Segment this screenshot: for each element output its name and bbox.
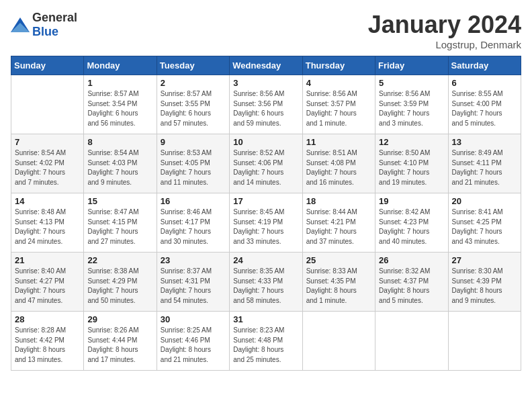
day-number: 15 — [87, 196, 152, 206]
day-number: 7 — [15, 137, 80, 147]
calendar-cell: 18Sunrise: 8:44 AM Sunset: 4:21 PM Dayli… — [302, 193, 375, 253]
day-number: 13 — [452, 137, 517, 147]
svg-marker-1 — [11, 23, 30, 32]
calendar-cell — [375, 312, 448, 371]
calendar-week-5: 28Sunrise: 8:28 AM Sunset: 4:42 PM Dayli… — [11, 312, 521, 371]
day-info: Sunrise: 8:56 AM Sunset: 3:59 PM Dayligh… — [379, 89, 444, 128]
day-info: Sunrise: 8:46 AM Sunset: 4:17 PM Dayligh… — [161, 208, 226, 246]
page-header: General Blue January 2024 Logstrup, Denm… — [11, 11, 521, 50]
day-info: Sunrise: 8:33 AM Sunset: 4:35 PM Dayligh… — [306, 267, 371, 306]
calendar-cell: 8Sunrise: 8:54 AM Sunset: 4:03 PM Daylig… — [84, 134, 157, 193]
calendar-cell: 19Sunrise: 8:42 AM Sunset: 4:23 PM Dayli… — [375, 193, 448, 253]
day-info: Sunrise: 8:25 AM Sunset: 4:46 PM Dayligh… — [161, 326, 226, 365]
day-info: Sunrise: 8:40 AM Sunset: 4:27 PM Dayligh… — [15, 267, 80, 306]
month-title: January 2024 — [368, 11, 521, 39]
logo-icon — [11, 17, 30, 32]
calendar-cell: 30Sunrise: 8:25 AM Sunset: 4:46 PM Dayli… — [157, 312, 229, 371]
calendar-cell: 5Sunrise: 8:56 AM Sunset: 3:59 PM Daylig… — [375, 75, 448, 134]
day-number: 24 — [233, 255, 298, 265]
day-number: 1 — [87, 78, 152, 88]
calendar-cell: 23Sunrise: 8:37 AM Sunset: 4:31 PM Dayli… — [157, 253, 229, 312]
header-sunday: Sunday — [11, 56, 84, 75]
day-info: Sunrise: 8:35 AM Sunset: 4:33 PM Dayligh… — [233, 267, 298, 306]
calendar-cell: 29Sunrise: 8:26 AM Sunset: 4:44 PM Dayli… — [84, 312, 157, 371]
day-info: Sunrise: 8:52 AM Sunset: 4:06 PM Dayligh… — [233, 148, 298, 187]
day-info: Sunrise: 8:53 AM Sunset: 4:05 PM Dayligh… — [161, 148, 226, 187]
header-friday: Friday — [375, 56, 448, 75]
day-number: 23 — [161, 255, 226, 265]
calendar-cell: 12Sunrise: 8:50 AM Sunset: 4:10 PM Dayli… — [375, 134, 448, 193]
calendar-cell: 21Sunrise: 8:40 AM Sunset: 4:27 PM Dayli… — [11, 253, 84, 312]
day-info: Sunrise: 8:49 AM Sunset: 4:11 PM Dayligh… — [452, 148, 517, 187]
day-info: Sunrise: 8:56 AM Sunset: 3:57 PM Dayligh… — [306, 89, 371, 128]
header-monday: Monday — [84, 56, 157, 75]
day-info: Sunrise: 8:30 AM Sunset: 4:39 PM Dayligh… — [452, 267, 517, 306]
day-number: 27 — [452, 255, 517, 265]
day-number: 19 — [379, 196, 444, 206]
calendar-cell: 15Sunrise: 8:47 AM Sunset: 4:15 PM Dayli… — [84, 193, 157, 253]
day-info: Sunrise: 8:37 AM Sunset: 4:31 PM Dayligh… — [161, 267, 226, 306]
title-block: January 2024 Logstrup, Denmark — [368, 11, 521, 50]
day-number: 16 — [161, 196, 226, 206]
day-info: Sunrise: 8:45 AM Sunset: 4:19 PM Dayligh… — [233, 208, 298, 246]
calendar-cell: 11Sunrise: 8:51 AM Sunset: 4:08 PM Dayli… — [302, 134, 375, 193]
day-number: 2 — [161, 78, 226, 88]
day-number: 14 — [15, 196, 80, 206]
calendar-cell: 9Sunrise: 8:53 AM Sunset: 4:05 PM Daylig… — [157, 134, 229, 193]
calendar-cell: 3Sunrise: 8:56 AM Sunset: 3:56 PM Daylig… — [230, 75, 302, 134]
day-number: 21 — [15, 255, 80, 265]
calendar-cell — [11, 75, 84, 134]
calendar-cell: 16Sunrise: 8:46 AM Sunset: 4:17 PM Dayli… — [157, 193, 229, 253]
calendar-cell: 17Sunrise: 8:45 AM Sunset: 4:19 PM Dayli… — [230, 193, 302, 253]
day-number: 31 — [233, 314, 298, 324]
day-info: Sunrise: 8:28 AM Sunset: 4:42 PM Dayligh… — [15, 326, 80, 365]
day-number: 8 — [87, 137, 152, 147]
day-number: 28 — [15, 314, 80, 324]
day-number: 11 — [306, 137, 371, 147]
day-number: 22 — [87, 255, 152, 265]
calendar-cell: 2Sunrise: 8:57 AM Sunset: 3:55 PM Daylig… — [157, 75, 229, 134]
calendar-cell: 22Sunrise: 8:38 AM Sunset: 4:29 PM Dayli… — [84, 253, 157, 312]
day-number: 30 — [161, 314, 226, 324]
calendar-cell: 13Sunrise: 8:49 AM Sunset: 4:11 PM Dayli… — [448, 134, 521, 193]
calendar-cell: 28Sunrise: 8:28 AM Sunset: 4:42 PM Dayli… — [11, 312, 84, 371]
calendar-week-2: 7Sunrise: 8:54 AM Sunset: 4:02 PM Daylig… — [11, 134, 521, 193]
day-info: Sunrise: 8:55 AM Sunset: 4:00 PM Dayligh… — [452, 89, 517, 128]
logo: General Blue — [11, 11, 77, 39]
day-number: 25 — [306, 255, 371, 265]
header-saturday: Saturday — [448, 56, 521, 75]
calendar-cell: 4Sunrise: 8:56 AM Sunset: 3:57 PM Daylig… — [302, 75, 375, 134]
calendar-cell: 6Sunrise: 8:55 AM Sunset: 4:00 PM Daylig… — [448, 75, 521, 134]
location-subtitle: Logstrup, Denmark — [368, 39, 521, 50]
calendar-cell — [302, 312, 375, 371]
day-number: 3 — [233, 78, 298, 88]
calendar-cell: 7Sunrise: 8:54 AM Sunset: 4:02 PM Daylig… — [11, 134, 84, 193]
day-number: 12 — [379, 137, 444, 147]
day-number: 4 — [306, 78, 371, 88]
day-number: 5 — [379, 78, 444, 88]
day-info: Sunrise: 8:47 AM Sunset: 4:15 PM Dayligh… — [87, 208, 152, 246]
day-info: Sunrise: 8:56 AM Sunset: 3:56 PM Dayligh… — [233, 89, 298, 128]
day-number: 29 — [87, 314, 152, 324]
calendar-cell: 14Sunrise: 8:48 AM Sunset: 4:13 PM Dayli… — [11, 193, 84, 253]
calendar-cell — [448, 312, 521, 371]
day-number: 9 — [161, 137, 226, 147]
calendar-week-3: 14Sunrise: 8:48 AM Sunset: 4:13 PM Dayli… — [11, 193, 521, 253]
calendar-header-row: SundayMondayTuesdayWednesdayThursdayFrid… — [11, 56, 521, 75]
header-thursday: Thursday — [302, 56, 375, 75]
day-info: Sunrise: 8:42 AM Sunset: 4:23 PM Dayligh… — [379, 208, 444, 246]
day-number: 6 — [452, 78, 517, 88]
day-info: Sunrise: 8:23 AM Sunset: 4:48 PM Dayligh… — [233, 326, 298, 365]
day-info: Sunrise: 8:57 AM Sunset: 3:55 PM Dayligh… — [161, 89, 226, 128]
calendar-cell: 1Sunrise: 8:57 AM Sunset: 3:54 PM Daylig… — [84, 75, 157, 134]
logo-text-blue: Blue — [32, 25, 58, 38]
day-number: 10 — [233, 137, 298, 147]
day-info: Sunrise: 8:26 AM Sunset: 4:44 PM Dayligh… — [87, 326, 152, 365]
calendar-cell: 26Sunrise: 8:32 AM Sunset: 4:37 PM Dayli… — [375, 253, 448, 312]
day-info: Sunrise: 8:32 AM Sunset: 4:37 PM Dayligh… — [379, 267, 444, 306]
day-info: Sunrise: 8:48 AM Sunset: 4:13 PM Dayligh… — [15, 208, 80, 246]
day-number: 26 — [379, 255, 444, 265]
calendar-cell: 24Sunrise: 8:35 AM Sunset: 4:33 PM Dayli… — [230, 253, 302, 312]
calendar-cell: 31Sunrise: 8:23 AM Sunset: 4:48 PM Dayli… — [230, 312, 302, 371]
calendar-cell: 10Sunrise: 8:52 AM Sunset: 4:06 PM Dayli… — [230, 134, 302, 193]
